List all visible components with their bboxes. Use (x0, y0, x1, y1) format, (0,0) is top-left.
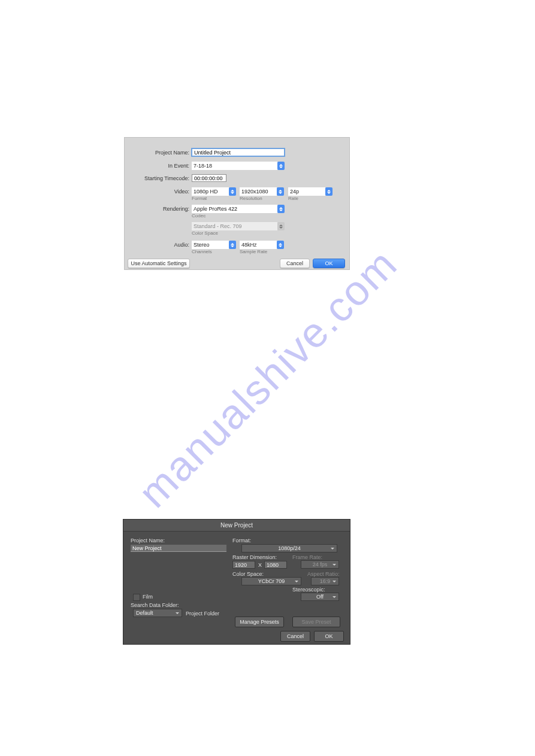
label-video: Video: (174, 189, 189, 195)
frame-rate-select: 24 fps (301, 560, 339, 569)
stepper-icon[interactable] (277, 205, 285, 213)
video-format-select[interactable]: 1080p HD (192, 187, 229, 196)
video-resolution-select[interactable]: 1920x1080 (240, 187, 277, 196)
color-space-select[interactable]: YCbCr 709 (241, 577, 301, 585)
stepper-icon[interactable] (277, 241, 284, 249)
fcpx-new-project-dialog: Project Name: In Event: 7-18-18 Starting… (124, 137, 350, 270)
label-stereoscopic: Stereoscopic: (292, 587, 325, 593)
sublabel-channels: Channels (192, 249, 212, 254)
search-data-folder-select[interactable]: Default (133, 609, 182, 617)
stereoscopic-select[interactable]: Off (301, 593, 339, 601)
film-checkbox[interactable] (133, 594, 140, 601)
label-starting-timecode: Starting Timecode: (144, 175, 189, 181)
audio-channels-select[interactable]: Stereo (192, 241, 229, 249)
watermark-text: manualshive.com (129, 239, 406, 517)
label-audio: Audio: (174, 242, 189, 248)
video-rate-select[interactable]: 24p (288, 187, 325, 196)
label-raster-dimension: Raster Dimension: (232, 554, 277, 560)
label-film: Film (143, 594, 153, 600)
raster-height-field[interactable]: 1080 (264, 561, 287, 569)
label-project-folder: Project Folder (186, 611, 219, 617)
label-color-space: Color Space: (232, 571, 264, 577)
save-preset-button: Save Preset (292, 617, 340, 627)
label-aspect-ratio: Aspect Ratio: (307, 571, 340, 577)
sublabel-samplerate: Sample Rate (240, 249, 267, 254)
label-project-name: Project Name: (155, 150, 189, 156)
label-format: Format: (232, 538, 251, 544)
audio-samplerate-select[interactable]: 48kHz (240, 241, 277, 249)
stepper-icon[interactable] (229, 187, 236, 196)
sublabel-colorspace: Color Space (192, 230, 218, 236)
label-rendering: Rendering: (163, 206, 189, 212)
label-frame-rate: Frame Rate: (292, 554, 322, 560)
dialog-title: New Project (123, 520, 350, 532)
sublabel-format: Format (192, 196, 207, 201)
manage-presets-button[interactable]: Manage Presets (235, 617, 284, 627)
ok-button[interactable]: OK (313, 259, 345, 268)
sublabel-rate: Rate (288, 196, 298, 201)
in-event-select[interactable]: 7-18-18 (192, 162, 277, 170)
sublabel-codec: Codec (192, 213, 205, 218)
rendering-colorspace-select: Standard - Rec. 709 (192, 222, 277, 230)
stepper-icon[interactable] (229, 241, 236, 249)
cancel-button[interactable]: Cancel (280, 631, 310, 642)
project-name-input[interactable] (131, 545, 226, 552)
format-select[interactable]: 1080p/24 (241, 544, 337, 552)
rendering-codec-select[interactable]: Apple ProRes 422 (192, 205, 277, 213)
stepper-icon (277, 222, 285, 230)
ok-button[interactable]: OK (314, 631, 344, 642)
stepper-icon[interactable] (277, 187, 284, 196)
raster-x-label: X (258, 562, 262, 568)
sublabel-resolution: Resolution (240, 196, 262, 201)
label-search-data-folder: Search Data Folder: (131, 602, 179, 608)
cancel-button[interactable]: Cancel (280, 259, 310, 268)
avid-new-project-dialog: New Project Project Name: Film Search Da… (123, 519, 350, 645)
stepper-icon[interactable] (277, 162, 285, 170)
label-project-name: Project Name: (131, 538, 165, 544)
stepper-icon[interactable] (325, 187, 333, 196)
raster-width-field[interactable]: 1920 (232, 561, 255, 569)
aspect-ratio-select: 16:9 (311, 577, 339, 585)
project-name-input[interactable] (192, 148, 285, 156)
starting-timecode-input[interactable] (192, 174, 226, 182)
label-in-event: In Event: (168, 163, 189, 169)
use-automatic-settings-button[interactable]: Use Automatic Settings (128, 259, 190, 268)
